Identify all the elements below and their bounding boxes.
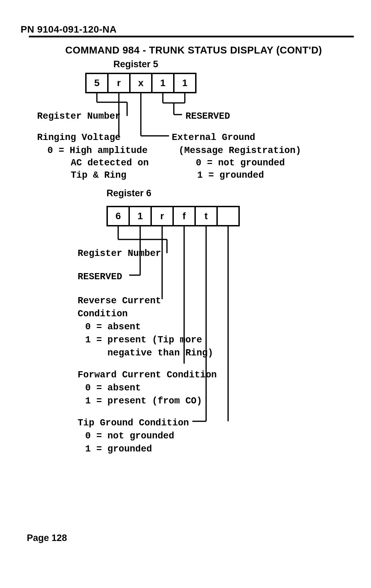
reg5-label-ringing-ac: AC detected on <box>71 156 149 169</box>
reg6-label-fwdcur: Forward Current Condition <box>78 368 217 381</box>
page-title: COMMAND 984 - TRUNK STATUS DISPLAY (CONT… <box>65 45 322 56</box>
reg6-cell-2: r <box>152 207 174 225</box>
reg5-cell-3: 1 <box>153 74 175 92</box>
reg6-cell-5 <box>218 207 238 225</box>
reg5-label-ringing-0: 0 = High amplitude <box>47 144 148 157</box>
reg5-label-extground-sub: (Message Registration) <box>179 144 301 157</box>
reg5-label-extground-1: 1 = grounded <box>197 169 264 182</box>
register5-title: Register 5 <box>113 59 158 70</box>
reg5-cell-0: 5 <box>87 74 109 92</box>
reg5-label-extground-0: 0 = not grounded <box>196 156 285 169</box>
reg5-label-extground: External Ground <box>172 131 255 144</box>
reg5-label-reserved: RESERVED <box>186 110 230 123</box>
reg6-cell-3: f <box>174 207 196 225</box>
reg6-label-revcur-cond: Condition <box>78 307 128 320</box>
reg6-cell-4: t <box>196 207 218 225</box>
reg6-label-revcur-1a: 1 = present (Tip more <box>85 333 202 346</box>
reg6-label-revcur-0: 0 = absent <box>85 320 141 333</box>
reg6-label-register-number: Register Number <box>78 247 161 260</box>
reg5-label-ringing-tip: Tip & Ring <box>71 169 126 182</box>
register5-boxes: 5 r x 1 1 <box>85 73 196 93</box>
reg5-cell-4: 1 <box>175 74 195 92</box>
reg6-label-fwdcur-1: 1 = present (from CO) <box>85 395 202 408</box>
reg6-label-tipground-0: 0 = not grounded <box>85 430 174 443</box>
page-number: Page 128 <box>27 533 67 543</box>
reg5-cell-2: x <box>131 74 153 92</box>
reg5-label-register-number: Register Number <box>37 110 121 123</box>
register6-boxes: 6 1 r f t <box>106 206 240 226</box>
header-id: PN 9104-091-120-NA <box>21 24 350 35</box>
divider-line <box>29 36 354 37</box>
reg6-label-fwdcur-0: 0 = absent <box>85 381 141 395</box>
reg5-label-ringing: Ringing Voltage <box>37 131 121 144</box>
reg5-cell-1: r <box>109 74 131 92</box>
reg6-label-reserved: RESERVED <box>78 270 122 283</box>
reg6-label-revcur: Reverse Current <box>78 294 161 307</box>
reg6-label-revcur-1b: negative than Ring) <box>85 346 213 360</box>
reg6-label-tipground-1: 1 = grounded <box>85 443 152 456</box>
reg6-label-tipground: Tip Ground Condition <box>78 416 189 430</box>
register6-title: Register 6 <box>106 188 151 199</box>
page: PN 9104-091-120-NA COMMAND 984 - TRUNK S… <box>0 0 371 588</box>
reg6-cell-0: 6 <box>108 207 130 225</box>
reg6-cell-1: 1 <box>130 207 152 225</box>
